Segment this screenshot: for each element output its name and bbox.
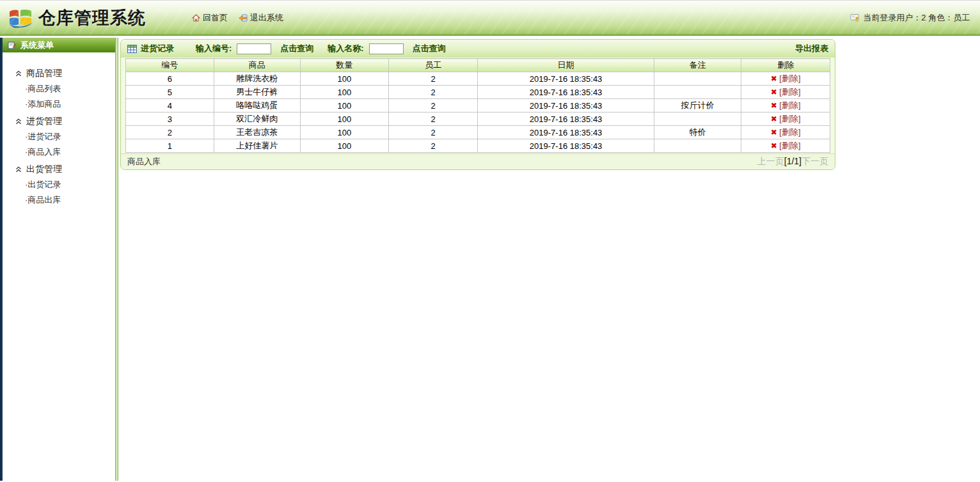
prev-page-link[interactable]: 上一页	[757, 156, 784, 166]
double-chevron-up-icon	[15, 166, 22, 173]
cell-quantity: 100	[301, 139, 389, 153]
app-title: 仓库管理系统	[38, 6, 146, 29]
user-status-text: 当前登录用户：2 角色：员工	[863, 12, 970, 24]
app-logo-icon	[8, 7, 33, 29]
table-row: 6 雕牌洗衣粉 100 2 2019-7-16 18:35:43 ✖ [删除]	[126, 72, 830, 86]
cell-quantity: 100	[301, 113, 389, 126]
sidebar-item-add-product[interactable]: ·添加商品	[15, 97, 115, 112]
filter-id-query-button[interactable]: 点击查询	[280, 43, 313, 54]
cell-product: 雕牌洗衣粉	[214, 72, 300, 86]
table-row: 2 王老吉凉茶 100 2 2019-7-16 18:35:43 特价 ✖ [删…	[126, 126, 830, 139]
user-status: 当前登录用户：2 角色：员工	[850, 12, 970, 24]
top-banner: 仓库管理系统 回首页 退出系统	[0, 0, 980, 36]
home-icon	[192, 14, 200, 22]
delete-link[interactable]: [删除]	[779, 141, 800, 150]
delete-x-icon: ✖	[771, 114, 777, 123]
cell-note: 按斤计价	[654, 99, 741, 113]
menu-group-label: 进货管理	[26, 116, 62, 127]
page-indicator: [1/1]	[784, 156, 802, 166]
delete-x-icon: ✖	[771, 74, 777, 83]
next-page-link[interactable]: 下一页	[802, 156, 828, 166]
sidebar-item-stock-out[interactable]: ·商品出库	[15, 192, 115, 208]
logout-link[interactable]: 退出系统	[238, 12, 283, 24]
menu-group-purchase-toggle[interactable]: 进货管理	[15, 113, 115, 129]
cell-id: 6	[126, 72, 214, 86]
table-grid-icon	[127, 45, 137, 53]
panel-title-text: 进货记录	[141, 43, 174, 54]
panel-title: 进货记录	[127, 43, 174, 54]
cell-employee: 2	[388, 126, 478, 139]
table-row: 4 咯咯哒鸡蛋 100 2 2019-7-16 18:35:43 按斤计价 ✖ …	[126, 99, 830, 113]
home-link[interactable]: 回首页	[192, 12, 228, 24]
panel-footer: 商品入库 上一页[1/1]下一页	[121, 153, 835, 169]
cell-product: 咯咯哒鸡蛋	[214, 99, 300, 113]
table-header-row: 编号 商品 数量 员工 日期 备注 删除	[126, 59, 830, 72]
sidebar-item-shipment-records[interactable]: ·出货记录	[15, 177, 115, 192]
cell-delete: ✖ [删除]	[741, 113, 830, 126]
home-link-label: 回首页	[203, 12, 228, 24]
sidebar-header-label: 系统菜单	[20, 40, 54, 51]
cell-quantity: 100	[301, 86, 389, 99]
cell-id: 4	[126, 99, 214, 113]
sidebar-item-product-list[interactable]: ·商品列表	[15, 81, 115, 97]
export-report-link[interactable]: 导出报表	[795, 43, 828, 54]
delete-link[interactable]: [删除]	[779, 87, 800, 97]
pagination: 上一页[1/1]下一页	[757, 156, 828, 167]
table-row: 5 男士牛仔裤 100 2 2019-7-16 18:35:43 ✖ [删除]	[126, 86, 830, 99]
filter-name-label: 输入名称:	[328, 43, 363, 54]
cell-employee: 2	[388, 99, 478, 113]
delete-link[interactable]: [删除]	[779, 127, 800, 137]
cell-note	[654, 86, 741, 99]
double-chevron-up-icon	[15, 70, 22, 77]
sidebar-menu: 商品管理 ·商品列表 ·添加商品 进货管理 ·进货记录 ·商品入库	[3, 52, 115, 209]
cell-quantity: 100	[301, 72, 389, 86]
cell-product: 上好佳薯片	[214, 139, 300, 153]
sidebar-item-stock-in[interactable]: ·商品入库	[15, 144, 115, 160]
main-content: 进货记录 输入编号: 点击查询 输入名称: 点击查询 导出报表 编号	[118, 38, 980, 481]
cell-note	[654, 113, 741, 126]
footer-stock-in-link[interactable]: 商品入库	[127, 156, 161, 167]
cell-note: 特价	[654, 126, 741, 139]
cell-delete: ✖ [删除]	[741, 139, 830, 153]
cell-note	[654, 139, 741, 153]
menu-group-shipment-toggle[interactable]: 出货管理	[15, 161, 115, 177]
filter-id-input[interactable]	[237, 43, 271, 54]
menu-group-products-toggle[interactable]: 商品管理	[15, 65, 115, 81]
cell-delete: ✖ [删除]	[741, 72, 830, 86]
sidebar-header: 系统菜单	[3, 38, 115, 52]
delete-link[interactable]: [删除]	[779, 114, 800, 123]
cell-product: 王老吉凉茶	[214, 126, 300, 139]
cell-employee: 2	[388, 113, 478, 126]
cell-delete: ✖ [删除]	[741, 86, 830, 99]
cell-date: 2019-7-16 18:35:43	[478, 139, 654, 153]
sidebar-item-purchase-records[interactable]: ·进货记录	[15, 129, 115, 144]
table-row: 1 上好佳薯片 100 2 2019-7-16 18:35:43 ✖ [删除]	[126, 139, 830, 153]
filter-name-query-button[interactable]: 点击查询	[413, 43, 446, 54]
purchase-records-panel: 进货记录 输入编号: 点击查询 输入名称: 点击查询 导出报表 编号	[120, 39, 835, 170]
table-row: 3 双汇冷鲜肉 100 2 2019-7-16 18:35:43 ✖ [删除]	[126, 113, 830, 126]
column-header-employee: 员工	[388, 59, 478, 72]
panel-toolbar: 进货记录 输入编号: 点击查询 输入名称: 点击查询 导出报表	[121, 40, 835, 58]
current-user-icon	[850, 13, 860, 22]
menu-group-label: 商品管理	[26, 68, 62, 79]
cell-employee: 2	[388, 139, 478, 153]
delete-x-icon: ✖	[771, 141, 777, 150]
delete-x-icon: ✖	[771, 101, 777, 110]
cell-date: 2019-7-16 18:35:43	[478, 86, 654, 99]
table-body: 6 雕牌洗衣粉 100 2 2019-7-16 18:35:43 ✖ [删除] …	[126, 72, 830, 153]
column-header-delete: 删除	[741, 59, 830, 72]
cell-quantity: 100	[301, 126, 389, 139]
logout-icon	[238, 14, 248, 22]
column-header-quantity: 数量	[301, 59, 389, 72]
delete-link[interactable]: [删除]	[779, 74, 800, 83]
cell-quantity: 100	[301, 99, 389, 113]
column-header-product: 商品	[214, 59, 300, 72]
delete-link[interactable]: [删除]	[779, 100, 800, 110]
cell-date: 2019-7-16 18:35:43	[478, 99, 654, 113]
menu-group-purchase: 进货管理 ·进货记录 ·商品入库	[15, 113, 115, 160]
cell-id: 1	[126, 139, 214, 153]
filter-name-input[interactable]	[369, 43, 404, 54]
filter-id-label: 输入编号:	[196, 43, 232, 54]
cell-employee: 2	[388, 72, 478, 86]
menu-group-products: 商品管理 ·商品列表 ·添加商品	[15, 65, 115, 112]
